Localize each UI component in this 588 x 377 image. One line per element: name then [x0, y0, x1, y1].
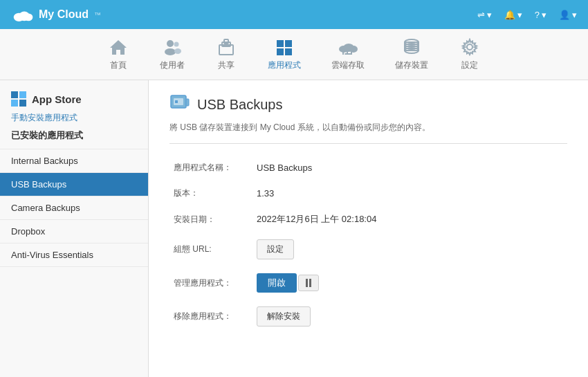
usb-backups-icon — [169, 93, 190, 116]
svg-point-5 — [165, 48, 176, 55]
icon-sq3 — [11, 100, 18, 107]
open-button[interactable]: 開啟 — [257, 273, 297, 293]
pause-button[interactable] — [298, 275, 319, 291]
cloud-logo-icon — [11, 8, 33, 21]
icon-sq2 — [19, 91, 26, 98]
icon-sq1 — [11, 91, 18, 98]
bell-dropdown: ▾ — [517, 10, 522, 20]
table-row-config-url: 組態 URL: 設定 — [169, 232, 567, 266]
main-area: App Store 手動安裝應用程式 已安裝的應用程式 Internal Bac… — [0, 80, 588, 377]
nav-cloud-label: 雲端存取 — [331, 59, 365, 71]
usb-button[interactable]: ⇌ ▾ — [477, 10, 492, 20]
settings-icon — [459, 37, 481, 57]
nav-users-label: 使用者 — [160, 59, 185, 71]
sidebar: App Store 手動安裝應用程式 已安裝的應用程式 Internal Bac… — [0, 80, 149, 377]
sidebar-item-internal-backups[interactable]: Internal Backups — [0, 149, 148, 172]
trademark: ™ — [94, 11, 101, 19]
label-manage: 管理應用程式： — [169, 266, 252, 300]
nav-storage-label: 儲存裝置 — [395, 59, 428, 71]
cloud-icon — [337, 37, 359, 57]
value-app-name: USB Backups — [252, 155, 567, 181]
bell-icon: 🔔 — [504, 10, 515, 20]
share-icon — [215, 37, 237, 57]
nav-home-label: 首頁 — [110, 59, 127, 71]
uninstall-button[interactable]: 解除安裝 — [257, 306, 311, 327]
svg-rect-30 — [186, 99, 189, 106]
table-row-install-date: 安裝日期： 2022年12月6日 上午 02:18:04 — [169, 206, 567, 232]
sidebar-item-antivirus[interactable]: Anti-Virus Essentials — [0, 243, 148, 267]
svg-point-7 — [174, 48, 181, 54]
bell-button[interactable]: 🔔 ▾ — [504, 10, 522, 20]
nav-settings-label: 設定 — [461, 59, 478, 71]
manage-buttons-group: 開啟 — [257, 273, 563, 293]
icon-sq4 — [19, 100, 26, 107]
nav-cloud[interactable]: 雲端存取 — [316, 33, 380, 75]
header-controls: ⇌ ▾ 🔔 ▾ ? ▾ 👤 ▾ — [477, 10, 577, 20]
value-config-url: 設定 — [252, 232, 567, 266]
help-dropdown: ▾ — [542, 10, 546, 20]
navbar: 首頁 使用者 共享 — [0, 29, 588, 80]
sidebar-item-camera-backups[interactable]: Camera Backups — [0, 196, 148, 219]
app-store-label: App Store — [32, 93, 82, 105]
nav-users[interactable]: 使用者 — [145, 33, 200, 75]
user-button[interactable]: 👤 ▾ — [559, 10, 577, 20]
table-row-version: 版本： 1.33 — [169, 181, 567, 206]
help-button[interactable]: ? ▾ — [535, 10, 546, 20]
user-dropdown: ▾ — [572, 10, 577, 20]
nav-apps[interactable]: 應用程式 — [252, 33, 316, 75]
nav-share[interactable]: 共享 — [200, 33, 252, 75]
app-store-header: App Store — [0, 89, 148, 112]
label-remove: 移除應用程式： — [169, 300, 252, 333]
table-row-remove: 移除應用程式： 解除安裝 — [169, 300, 567, 333]
value-manage: 開啟 — [252, 266, 567, 300]
nav-apps-label: 應用程式 — [268, 59, 301, 71]
svg-point-17 — [349, 46, 358, 53]
table-row-name: 應用程式名稱： USB Backups — [169, 155, 567, 181]
content-main-title: USB Backups — [197, 97, 282, 113]
svg-rect-12 — [285, 40, 292, 47]
app-title: My Cloud — [39, 8, 89, 21]
header: My Cloud ™ ⇌ ▾ 🔔 ▾ ? ▾ 👤 ▾ — [0, 0, 588, 29]
user-icon: 👤 — [559, 10, 570, 20]
label-config-url: 組態 URL: — [169, 232, 252, 266]
home-icon — [107, 37, 129, 57]
label-app-name: 應用程式名稱： — [169, 155, 252, 181]
value-remove: 解除安裝 — [252, 300, 567, 333]
pause-bar-1 — [306, 279, 308, 287]
nav-share-label: 共享 — [218, 59, 235, 71]
svg-marker-3 — [110, 40, 127, 55]
svg-point-27 — [467, 44, 472, 50]
table-row-manage: 管理應用程式： 開啟 — [169, 266, 567, 300]
nav-storage[interactable]: 儲存裝置 — [380, 33, 443, 75]
storage-icon — [401, 37, 423, 57]
sidebar-item-usb-backups[interactable]: USB Backups — [0, 172, 148, 196]
svg-rect-13 — [277, 48, 284, 55]
svg-rect-21 — [344, 53, 351, 55]
svg-rect-18 — [342, 51, 344, 55]
help-icon: ? — [535, 10, 540, 20]
label-version: 版本： — [169, 181, 252, 206]
nav-settings[interactable]: 設定 — [443, 33, 496, 75]
sidebar-item-dropbox[interactable]: Dropbox — [0, 219, 148, 243]
pause-icon — [306, 279, 311, 287]
nav-home[interactable]: 首頁 — [92, 33, 145, 75]
config-button[interactable]: 設定 — [257, 239, 294, 259]
value-install-date: 2022年12月6日 上午 02:18:04 — [252, 206, 567, 232]
svg-point-2 — [24, 13, 33, 21]
manual-install-link[interactable]: 手動安裝應用程式 — [0, 111, 89, 129]
app-list: Internal Backups USB Backups Camera Back… — [0, 149, 148, 267]
content-panel: USB Backups 將 USB 儲存裝置連接到 My Cloud 系統，以自… — [149, 80, 588, 377]
pause-bar-2 — [309, 279, 311, 287]
usb-icon: ⇌ — [477, 10, 485, 20]
usb-dropdown: ▾ — [487, 10, 492, 20]
svg-point-6 — [174, 42, 179, 47]
content-description: 將 USB 儲存裝置連接到 My Cloud 系統，以自動備份或同步您的內容。 — [169, 122, 567, 144]
content-title-row: USB Backups — [169, 93, 567, 116]
svg-point-4 — [167, 40, 174, 47]
svg-rect-11 — [277, 40, 284, 47]
svg-rect-14 — [285, 48, 292, 55]
app-store-icon — [11, 91, 26, 107]
svg-rect-31 — [175, 100, 178, 103]
info-table: 應用程式名稱： USB Backups 版本： 1.33 安裝日期： 2022年… — [169, 155, 567, 333]
label-install-date: 安裝日期： — [169, 206, 252, 232]
